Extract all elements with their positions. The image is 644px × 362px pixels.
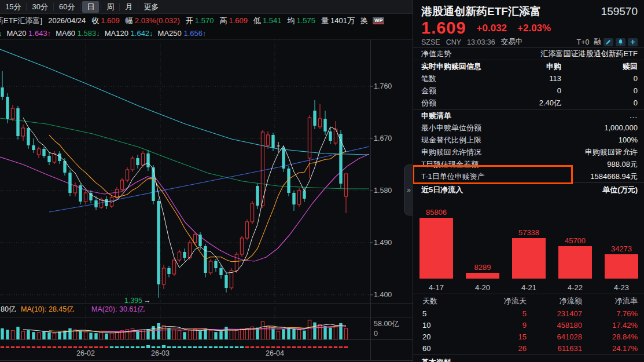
dash bbox=[334, 346, 337, 348]
period-tab-60分[interactable]: 60分 bbox=[54, 2, 80, 12]
candle-down bbox=[1, 87, 3, 97]
candle-down bbox=[32, 145, 35, 150]
vol-bar-up bbox=[11, 331, 14, 339]
x-axis-label: 26-04 bbox=[266, 349, 284, 357]
add-watchlist-plus-icon[interactable] bbox=[628, 38, 638, 46]
period-tab-周[interactable]: 周 bbox=[101, 2, 119, 12]
trading-status: 交易中 bbox=[501, 37, 523, 47]
candle-up bbox=[344, 174, 347, 196]
dash bbox=[79, 346, 82, 348]
candle-up bbox=[230, 270, 233, 288]
row-label: 金额 bbox=[421, 86, 436, 96]
candle-up bbox=[297, 191, 300, 204]
flow-col-header: 净流额 bbox=[527, 296, 582, 306]
dash bbox=[303, 346, 306, 348]
dash bbox=[287, 346, 290, 348]
edit-pencil-icon[interactable] bbox=[603, 38, 613, 46]
candle-up bbox=[162, 268, 165, 284]
period-tab-更多[interactable]: 更多 bbox=[138, 2, 164, 12]
inflow-bar-value: 57338 bbox=[506, 228, 552, 237]
period-tab-日[interactable]: 日 bbox=[82, 1, 99, 13]
panel-collapse-handle[interactable]: » bbox=[404, 164, 413, 215]
candle-up bbox=[120, 180, 123, 189]
inflow-bar-group: 457004-22 bbox=[552, 196, 598, 294]
dash bbox=[214, 346, 218, 348]
inflow-unit: 单位(万元) bbox=[602, 185, 638, 195]
quote-field-低: 低1.541 bbox=[253, 16, 282, 26]
vol-bar-down bbox=[58, 332, 61, 339]
flow-cell: 231407 bbox=[527, 309, 582, 318]
quote-field-label: 收 bbox=[91, 16, 99, 25]
inflow-bar-group: 858064-17 bbox=[413, 196, 459, 294]
candle-down bbox=[152, 167, 154, 201]
period-tab-15分[interactable]: 15分 bbox=[0, 2, 26, 12]
dash bbox=[339, 346, 343, 348]
creation-list-header[interactable]: 申赎清单 ... bbox=[413, 109, 644, 122]
y-tick-label: 1.490 bbox=[374, 239, 392, 247]
dash bbox=[94, 346, 98, 348]
vol-bar-down bbox=[32, 332, 35, 339]
vol-bar-down bbox=[303, 331, 306, 339]
dash bbox=[110, 346, 113, 348]
flow-cell: 5 bbox=[422, 309, 477, 318]
period-tab-30分[interactable]: 30分 bbox=[27, 2, 53, 12]
quote-panel: 港股通创新药ETF汇添富 159570 1.609 +0.032 +2.03% … bbox=[413, 0, 644, 362]
flow-cell: 15 bbox=[477, 332, 527, 341]
vol-bar-up bbox=[230, 330, 233, 339]
volume-ma10-label: MA(10): 28.45亿 bbox=[21, 305, 74, 313]
vol-bar-down bbox=[6, 330, 9, 339]
ma-long-lines bbox=[0, 49, 369, 261]
dash bbox=[261, 346, 264, 348]
period-tab-月[interactable]: 月 bbox=[120, 2, 138, 12]
realtime-header-row: 实时申购赎回信息 申购 赎回 bbox=[413, 60, 644, 72]
more-ellipsis[interactable]: ... bbox=[630, 111, 638, 120]
candle-down bbox=[214, 261, 217, 268]
dash bbox=[245, 346, 249, 348]
candle-up bbox=[37, 149, 40, 155]
candle-up bbox=[21, 128, 24, 136]
inflow-bar-group: 573384-21 bbox=[506, 196, 552, 294]
candle-up bbox=[235, 254, 238, 270]
ma-legend-MA120: MA120 1.642↓ bbox=[105, 29, 153, 38]
low-annotation: 1.395 bbox=[124, 297, 142, 305]
candle-up bbox=[209, 261, 212, 273]
volume-header-prefix: 80亿 bbox=[1, 305, 16, 313]
candle-down bbox=[225, 275, 227, 288]
wp-badge-icon[interactable]: WP bbox=[373, 17, 385, 24]
dash bbox=[131, 346, 134, 348]
dash bbox=[16, 346, 20, 348]
quote-field-label: 幅 bbox=[126, 16, 133, 25]
inflow-bar-value: 34273 bbox=[598, 244, 644, 253]
dash bbox=[329, 346, 332, 348]
vol-bar-down bbox=[94, 333, 97, 339]
nav-fund-name: 汇添富国证港股通创新药ETF bbox=[540, 49, 638, 59]
ma-legend-MA250: MA250 1.656↑ bbox=[158, 29, 207, 38]
ohlc-fields: 收1.609幅2.03%(0.032)开1.570高1.609低1.541均1.… bbox=[86, 16, 368, 26]
nav-trend-row[interactable]: 净值走势 汇添富国证港股通创新药ETF bbox=[413, 47, 644, 60]
quote-time: 13:03:36 bbox=[467, 38, 495, 46]
inflow-bar-group: 82894-20 bbox=[459, 196, 506, 294]
dash bbox=[136, 346, 139, 348]
kline-chart-svg[interactable]: 1.395→1.7601.6701.5801.4901.40080亿MA(10)… bbox=[0, 39, 413, 362]
alert-bell-icon[interactable] bbox=[616, 38, 625, 46]
currency: CNY bbox=[446, 38, 461, 46]
candle-down bbox=[42, 149, 45, 156]
dash bbox=[157, 346, 160, 348]
dash bbox=[318, 346, 322, 348]
candles bbox=[1, 71, 347, 298]
dash bbox=[141, 346, 145, 348]
vol-bar-up bbox=[53, 333, 56, 339]
kline-chart[interactable]: 1.395→1.7601.6701.5801.4901.40080亿MA(10)… bbox=[0, 39, 413, 362]
dash bbox=[256, 346, 259, 348]
trading-app-window: 15分30分60分日周月更多 综合屏F9前复权超级叠加画线工具 ? › 药ETF… bbox=[0, 0, 644, 362]
dash bbox=[146, 345, 150, 348]
y-tick-label: 1.580 bbox=[374, 187, 392, 195]
vol-bar-up bbox=[100, 332, 102, 339]
x-axis-label: 26-03 bbox=[151, 349, 170, 357]
vol-bar-down bbox=[105, 334, 108, 339]
ma-value: 1.656↑ bbox=[183, 29, 206, 38]
quote-field-量: 量1401万 bbox=[321, 16, 355, 26]
basic-info-section-title[interactable]: 基本资料 bbox=[413, 354, 644, 362]
quote-field-value: 1.609 bbox=[229, 16, 248, 25]
flow-col-header: 净流天 bbox=[477, 296, 527, 306]
